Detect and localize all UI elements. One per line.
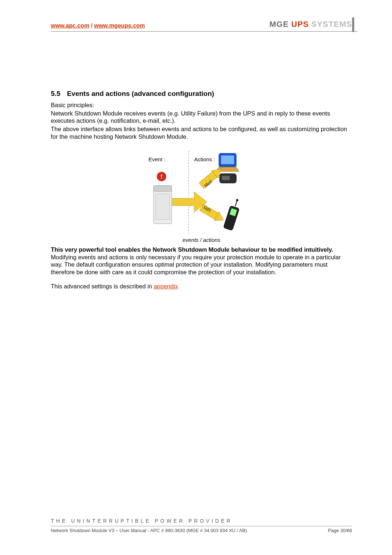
paragraph-modifying-events: Modifying events and actions is only nec… bbox=[51, 254, 341, 275]
diagram-event-label: Event : bbox=[148, 156, 166, 162]
brand-mge: MGE bbox=[269, 20, 289, 29]
paragraph-appendix: This advanced settings is described in a… bbox=[51, 283, 352, 290]
svg-rect-8 bbox=[221, 155, 234, 164]
content-area: 5.5Events and actions (advanced configur… bbox=[51, 90, 352, 290]
svg-text:!: ! bbox=[160, 174, 162, 180]
diagram-actions-label: Actions : bbox=[194, 156, 215, 162]
svg-line-18 bbox=[235, 201, 237, 206]
link-mgeups[interactable]: www.mgeups.com bbox=[94, 23, 145, 29]
svg-point-19 bbox=[236, 199, 239, 202]
paragraph-receives-events: Network Shutdown Module receives events … bbox=[51, 110, 352, 125]
events-actions-diagram: Event : Actions : ! bbox=[147, 151, 256, 235]
section-heading: 5.5Events and actions (advanced configur… bbox=[51, 90, 352, 98]
paragraph-basic-principles: Basic principles: bbox=[51, 101, 352, 109]
paragraph-tool-summary: This very powerful tool enables the Netw… bbox=[51, 246, 352, 276]
diagram-caption: events / actions bbox=[51, 237, 352, 243]
header-rule bbox=[51, 31, 358, 32]
header-links: www.apc.com / www.mgeups.com bbox=[51, 23, 145, 29]
diagram-container: Event : Actions : ! bbox=[51, 151, 352, 235]
diagram-svg: ! bbox=[147, 151, 256, 235]
link-separator: / bbox=[89, 23, 94, 29]
page-header: www.apc.com / www.mgeups.com MGE UPS SYS… bbox=[51, 20, 352, 29]
footer-rule bbox=[51, 526, 352, 526]
footer-page-number: Page 30/66 bbox=[328, 528, 352, 533]
paragraph-above-interface: The above interface allows links between… bbox=[51, 125, 352, 140]
brand-systems: SYSTEMS bbox=[311, 20, 352, 29]
section-title: Events and actions (advanced configurati… bbox=[67, 90, 214, 97]
svg-rect-2 bbox=[154, 186, 172, 191]
header-right-edge bbox=[352, 17, 354, 32]
link-apc[interactable]: www.apc.com bbox=[51, 23, 89, 29]
appendix-prefix: This advanced settings is described in bbox=[51, 283, 154, 289]
link-appendix[interactable]: appendix bbox=[154, 283, 178, 289]
document-page: www.apc.com / www.mgeups.com MGE UPS SYS… bbox=[0, 0, 392, 555]
footer-tagline: THE UNINTERRUPTIBLE POWER PROVIDER bbox=[51, 518, 352, 524]
page-footer: THE UNINTERRUPTIBLE POWER PROVIDER Netwo… bbox=[51, 518, 352, 533]
svg-rect-3 bbox=[156, 194, 170, 219]
paragraph-tool-bold: This very powerful tool enables the Netw… bbox=[51, 246, 333, 253]
section-number: 5.5 bbox=[51, 90, 60, 98]
svg-rect-11 bbox=[222, 176, 230, 180]
footer-row: Network Shutdown Module V3 – User Manual… bbox=[51, 528, 352, 533]
footer-doc-id: Network Shutdown Module V3 – User Manual… bbox=[51, 528, 247, 533]
brand-logo: MGE UPS SYSTEMS bbox=[269, 20, 352, 29]
brand-ups: UPS bbox=[289, 20, 311, 29]
